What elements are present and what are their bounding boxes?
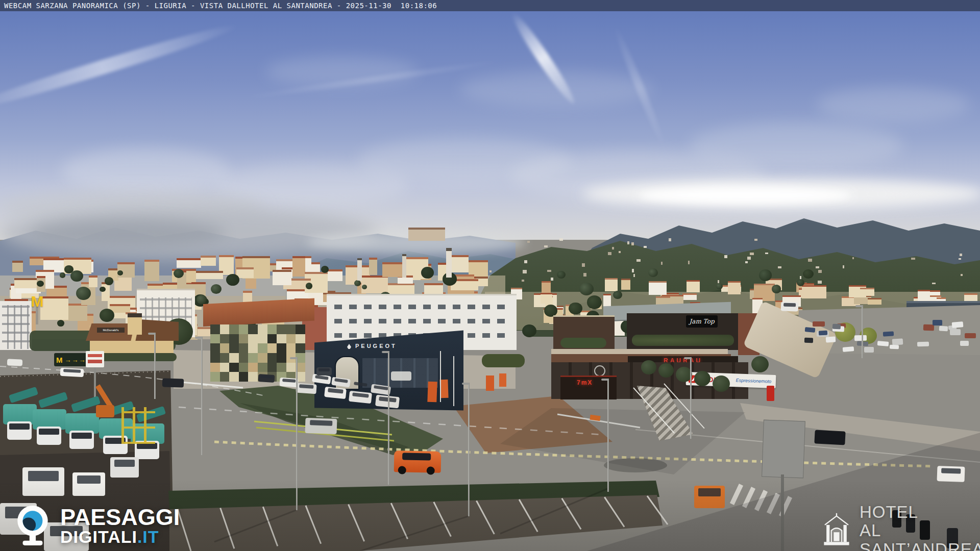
title-text: WEBCAM SARZANA PANORAMICA (SP) - LIGURIA…	[0, 2, 437, 10]
lamp-arm	[195, 337, 202, 339]
watermark-line2: DIGITALI	[60, 527, 137, 546]
street-poles	[0, 0, 980, 551]
lamp-arm	[601, 379, 608, 381]
webcam-photo: McDonald's M M →→→ PEUGEOT Jam Top	[0, 0, 980, 551]
street-light	[607, 379, 609, 492]
webcam-frame: McDonald's M M →→→ PEUGEOT Jam Top	[0, 0, 980, 551]
hotel-shrine-icon	[821, 508, 852, 551]
webcam-icon	[13, 504, 54, 548]
hotel-line1: HOTEL	[860, 503, 980, 521]
street-light	[862, 305, 863, 358]
title-bar: WEBCAM SARZANA PANORAMICA (SP) - LIGURIA…	[0, 0, 980, 11]
street-light	[201, 337, 203, 455]
lamp-arm	[684, 357, 691, 359]
lamp-arm	[290, 357, 297, 359]
street-light	[388, 351, 389, 485]
lamp-arm	[855, 305, 863, 307]
street-light	[154, 333, 156, 399]
lamp-arm	[148, 333, 155, 335]
lamp-arm	[462, 383, 469, 385]
hotel-line2: AL SANT’ANDREA	[860, 521, 980, 551]
street-light	[690, 357, 692, 439]
paesaggi-digitali-watermark: PAESAGGI DIGITALI.IT	[13, 504, 180, 548]
flag-pole	[453, 356, 454, 406]
flag-pole	[440, 351, 441, 402]
lamp-arm	[382, 351, 389, 353]
watermark-tld: .IT	[137, 527, 159, 546]
watermark-line1: PAESAGGI	[60, 507, 180, 528]
hotel-watermark: HOTEL AL SANT’ANDREA	[821, 503, 980, 551]
